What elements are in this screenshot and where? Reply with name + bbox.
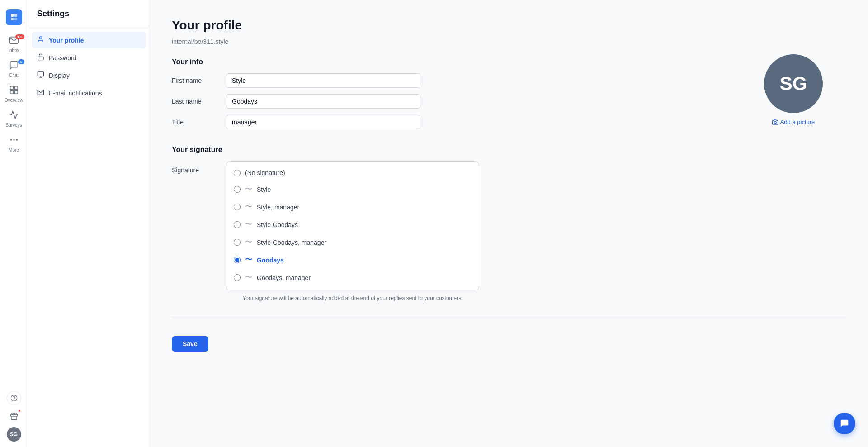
sig-wave-style-goodays: 〜 <box>245 220 252 229</box>
sig-option-no-signature[interactable]: (No signature) <box>226 165 479 181</box>
svg-rect-4 <box>10 86 13 89</box>
your-profile-icon <box>37 36 44 44</box>
add-picture-label: Add a picture <box>780 119 815 125</box>
sig-radio-style-goodays-manager[interactable] <box>234 239 241 246</box>
chat-fab-icon <box>840 418 849 428</box>
add-picture-button[interactable]: Add a picture <box>772 119 815 125</box>
display-label: Display <box>49 72 70 79</box>
svg-point-15 <box>39 37 42 39</box>
svg-point-20 <box>774 121 776 124</box>
sig-radio-no-signature[interactable] <box>234 170 241 176</box>
title-input[interactable] <box>226 115 420 129</box>
sig-option-style[interactable]: 〜 Style <box>226 181 479 198</box>
surveys-label: Surveys <box>5 123 22 128</box>
sig-label-style-manager: Style, manager <box>257 204 299 211</box>
sidebar-item-password[interactable]: Password <box>32 49 146 66</box>
sig-label-goodays-manager: Goodays, manager <box>257 274 311 281</box>
sig-radio-style[interactable] <box>234 186 241 193</box>
main-content: Your profile internal/bo/311.style Your … <box>150 0 868 447</box>
more-icon <box>9 135 19 146</box>
signature-options-container: (No signature) 〜 Style 〜 Style, manager <box>226 161 479 303</box>
surveys-icon <box>9 110 19 121</box>
overview-label: Overview <box>5 98 24 103</box>
sidebar-item-surveys[interactable]: Surveys <box>0 106 28 131</box>
chat-badge: 1 <box>18 59 24 64</box>
first-name-row: First name <box>172 73 846 88</box>
sig-wave-style: 〜 <box>245 185 252 194</box>
signature-note: Your signature will be automatically add… <box>226 295 479 303</box>
sidebar-item-more[interactable]: More <box>0 131 28 156</box>
title-label: Title <box>172 119 226 126</box>
sidebar-item-chat[interactable]: 1 Chat <box>0 57 28 81</box>
sig-label-no-signature: (No signature) <box>245 169 285 176</box>
sig-option-style-manager[interactable]: 〜 Style, manager <box>226 198 479 216</box>
breadcrumb: internal/bo/311.style <box>172 38 846 45</box>
sidebar-item-overview[interactable]: Overview <box>0 81 28 106</box>
sig-wave-goodays: 〜 <box>245 255 252 265</box>
page-title: Your profile <box>172 18 846 33</box>
sig-option-style-goodays-manager[interactable]: 〜 Style Goodays, manager <box>226 233 479 251</box>
inbox-badge: 99+ <box>15 34 24 39</box>
first-name-input[interactable] <box>226 73 420 88</box>
avatar-section: SG Add a picture <box>764 54 823 125</box>
sig-radio-goodays[interactable] <box>234 257 241 263</box>
password-label: Password <box>49 54 76 62</box>
last-name-input[interactable] <box>226 94 420 109</box>
gift-notification-dot <box>18 409 21 413</box>
svg-rect-5 <box>14 86 17 89</box>
avatar-initials: SG <box>780 73 807 95</box>
sig-label-style-goodays-manager: Style Goodays, manager <box>257 239 326 246</box>
your-info-title: Your info <box>172 58 846 66</box>
sig-option-goodays-manager[interactable]: 〜 Goodays, manager <box>226 269 479 286</box>
more-label: More <box>9 147 19 152</box>
signature-row: Signature (No signature) 〜 Style <box>172 161 846 303</box>
your-signature-title: Your signature <box>172 146 846 154</box>
camera-icon <box>772 119 778 125</box>
settings-sidebar: Settings Your profile Password Display <box>28 0 150 447</box>
your-info-section: Your info First name Last name Title <box>172 58 846 129</box>
sidebar-item-inbox[interactable]: 99+ Inbox <box>0 32 28 57</box>
sidebar-item-email-notifications[interactable]: E-mail notifications <box>32 85 146 101</box>
your-signature-section: Your signature Signature (No signature) … <box>172 146 846 303</box>
svg-rect-1 <box>14 14 17 17</box>
gift-wrapper <box>7 409 21 423</box>
save-button[interactable]: Save <box>172 336 208 352</box>
icon-navigation: 99+ Inbox 1 Chat Overview Surv <box>0 0 28 447</box>
title-row: Title <box>172 115 846 129</box>
chat-label: Chat <box>9 73 19 78</box>
last-name-label: Last name <box>172 98 226 105</box>
sig-radio-goodays-manager[interactable] <box>234 274 241 281</box>
sig-radio-style-manager[interactable] <box>234 204 241 210</box>
inbox-label: Inbox <box>8 48 19 53</box>
icon-nav-top: 99+ Inbox 1 Chat Overview Surv <box>0 5 28 391</box>
sidebar-item-your-profile[interactable]: Your profile <box>32 32 146 48</box>
logo-box <box>6 9 22 25</box>
sidebar-item-display[interactable]: Display <box>32 67 146 84</box>
svg-rect-6 <box>10 91 13 94</box>
email-notifications-icon <box>37 89 44 97</box>
sidebar-title: Settings <box>28 0 150 26</box>
sig-wave-goodays-manager: 〜 <box>245 273 252 282</box>
email-notifications-label: E-mail notifications <box>49 90 102 97</box>
avatar-initials-nav: SG <box>10 431 18 437</box>
chat-icon <box>9 60 19 71</box>
svg-rect-17 <box>38 72 43 76</box>
sig-option-goodays[interactable]: 〜 Goodays <box>226 251 479 269</box>
sig-option-style-goodays[interactable]: 〜 Style Goodays <box>226 216 479 233</box>
divider <box>172 318 846 318</box>
app-logo[interactable] <box>0 5 28 30</box>
signature-label: Signature <box>172 161 226 174</box>
chat-fab-button[interactable] <box>834 413 855 434</box>
sig-label-style: Style <box>257 186 271 193</box>
sig-label-goodays: Goodays <box>257 257 284 264</box>
svg-point-10 <box>10 139 11 140</box>
sidebar-menu: Your profile Password Display E-mail not… <box>28 26 150 107</box>
svg-rect-7 <box>14 91 17 94</box>
user-avatar-nav[interactable]: SG <box>7 427 21 442</box>
svg-point-8 <box>14 139 14 140</box>
display-icon <box>37 71 44 80</box>
save-section: Save <box>172 336 846 352</box>
sig-label-style-goodays: Style Goodays <box>257 221 298 228</box>
sig-radio-style-goodays[interactable] <box>234 221 241 228</box>
help-button[interactable] <box>7 391 21 405</box>
